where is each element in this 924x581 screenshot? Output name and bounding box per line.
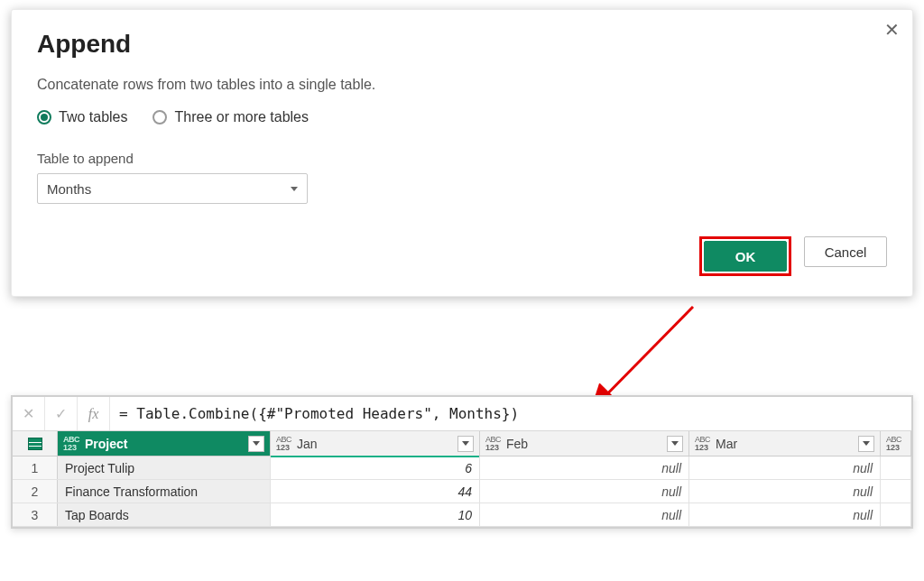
column-header-extra[interactable]: ABC123 [881,431,911,456]
formula-accept-icon[interactable]: ✓ [45,397,78,430]
column-label: Project [85,437,127,451]
radio-unselected-icon [152,110,167,124]
row-number: 2 [13,480,58,503]
cell-feb[interactable]: null [480,480,689,503]
type-any-icon: ABC123 [63,436,79,452]
type-any-icon: ABC123 [276,436,291,452]
cell-extra[interactable] [881,480,911,503]
column-header-jan[interactable]: ABC123 Jan [271,431,480,456]
select-value: Months [47,181,91,197]
row-number: 1 [13,456,58,479]
cell-project[interactable]: Finance Transformation [58,480,271,503]
cell-mar[interactable]: null [689,503,881,526]
cell-jan[interactable]: 44 [271,480,480,503]
cell-jan[interactable]: 10 [271,503,480,526]
cell-project[interactable]: Tap Boards [58,503,271,526]
chevron-down-icon [291,187,298,191]
svg-line-0 [592,307,693,410]
column-header-project[interactable]: ABC123 Project [58,431,271,456]
column-filter-icon[interactable] [858,436,874,452]
formula-cancel-icon[interactable]: ✕ [13,397,45,430]
append-dialog: ✕ Append Concatenate rows from two table… [11,9,913,297]
grid-header: ABC123 Project ABC123 Jan ABC123 Feb ABC… [13,431,911,456]
table-corner[interactable] [13,431,58,456]
ok-highlight-box: OK [699,236,791,276]
type-any-icon: ABC123 [485,436,501,452]
table-to-append-select[interactable]: Months [37,173,308,204]
cell-extra[interactable] [881,456,911,479]
column-filter-icon[interactable] [667,436,683,452]
column-header-feb[interactable]: ABC123 Feb [480,431,689,456]
radio-selected-icon [37,110,51,124]
dialog-title: Append [37,30,887,59]
table-icon [28,438,42,450]
column-label: Jan [297,437,318,451]
type-any-icon: ABC123 [695,436,710,452]
dialog-buttons: OK Cancel [37,236,887,276]
radio-two-label: Two tables [59,109,127,125]
table-row[interactable]: 2 Finance Transformation 44 null null [13,480,911,503]
column-label: Mar [716,437,737,451]
row-number: 3 [13,503,58,526]
grid-body: 1 Project Tulip 6 null null 2 Finance Tr… [13,456,911,527]
ok-button[interactable]: OK [704,241,787,272]
power-query-panel: ✕ ✓ fx = Table.Combine({#"Promoted Heade… [11,395,913,529]
cell-feb[interactable]: null [480,503,689,526]
table-row[interactable]: 1 Project Tulip 6 null null [13,456,911,480]
table-row[interactable]: 3 Tap Boards 10 null null [13,503,911,527]
dialog-description: Concatenate rows from two tables into a … [37,77,887,93]
cell-extra[interactable] [881,503,911,526]
close-icon[interactable]: ✕ [884,19,900,41]
column-header-mar[interactable]: ABC123 Mar [689,431,881,456]
cell-feb[interactable]: null [480,456,689,479]
column-filter-icon[interactable] [248,436,264,452]
type-any-icon: ABC123 [886,436,901,452]
radio-two-tables[interactable]: Two tables [37,109,127,125]
cell-project[interactable]: Project Tulip [58,456,271,479]
cell-mar[interactable]: null [689,480,881,503]
cancel-button[interactable]: Cancel [804,236,887,267]
table-to-append-label: Table to append [37,151,887,166]
cell-mar[interactable]: null [689,456,881,479]
column-label: Feb [506,437,528,451]
radio-three-label: Three or more tables [174,109,309,125]
column-filter-icon[interactable] [457,436,474,452]
radio-group: Two tables Three or more tables [37,109,887,125]
radio-three-or-more[interactable]: Three or more tables [152,109,309,125]
cell-jan[interactable]: 6 [271,456,480,479]
formula-bar: ✕ ✓ fx = Table.Combine({#"Promoted Heade… [13,397,911,431]
fx-icon[interactable]: fx [78,397,110,430]
formula-input[interactable]: = Table.Combine({#"Promoted Headers", Mo… [110,405,911,422]
